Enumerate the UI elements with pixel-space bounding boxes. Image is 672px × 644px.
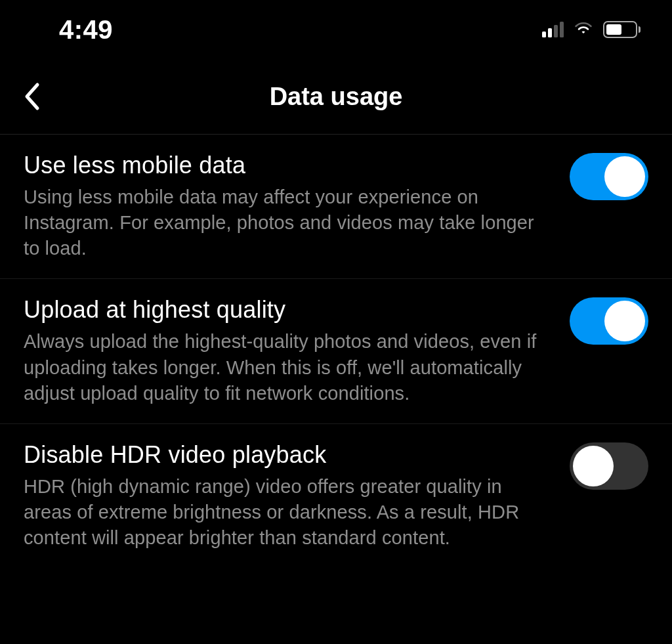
- chevron-left-icon: [23, 82, 41, 111]
- setting-text: Use less mobile data Using less mobile d…: [24, 152, 550, 261]
- setting-row-disable-hdr-playback: Disable HDR video playback HDR (high dyn…: [0, 424, 672, 568]
- status-time: 4:49: [59, 15, 113, 45]
- status-bar: 4:49: [0, 0, 672, 59]
- battery-icon: [603, 21, 640, 38]
- toggle-disable-hdr-playback[interactable]: [570, 442, 648, 490]
- toggle-use-less-mobile-data[interactable]: [570, 153, 648, 200]
- page-title: Data usage: [270, 83, 403, 111]
- setting-description: HDR (high dynamic range) video offers gr…: [24, 474, 550, 551]
- setting-description: Always upload the highest-quality photos…: [24, 329, 550, 406]
- setting-text: Disable HDR video playback HDR (high dyn…: [24, 441, 550, 551]
- setting-title: Upload at highest quality: [24, 296, 550, 324]
- setting-title: Disable HDR video playback: [24, 441, 550, 469]
- setting-title: Use less mobile data: [24, 152, 550, 179]
- settings-list: Use less mobile data Using less mobile d…: [0, 135, 672, 568]
- back-button[interactable]: [16, 80, 49, 113]
- setting-row-use-less-mobile-data: Use less mobile data Using less mobile d…: [0, 135, 672, 279]
- status-icons: [542, 20, 640, 39]
- setting-text: Upload at highest quality Always upload …: [24, 296, 550, 406]
- setting-description: Using less mobile data may affect your e…: [24, 184, 550, 261]
- cellular-signal-icon: [542, 22, 564, 37]
- toggle-upload-highest-quality[interactable]: [570, 297, 648, 345]
- setting-row-upload-highest-quality: Upload at highest quality Always upload …: [0, 279, 672, 423]
- wifi-icon: [573, 20, 594, 39]
- page-header: Data usage: [0, 59, 672, 135]
